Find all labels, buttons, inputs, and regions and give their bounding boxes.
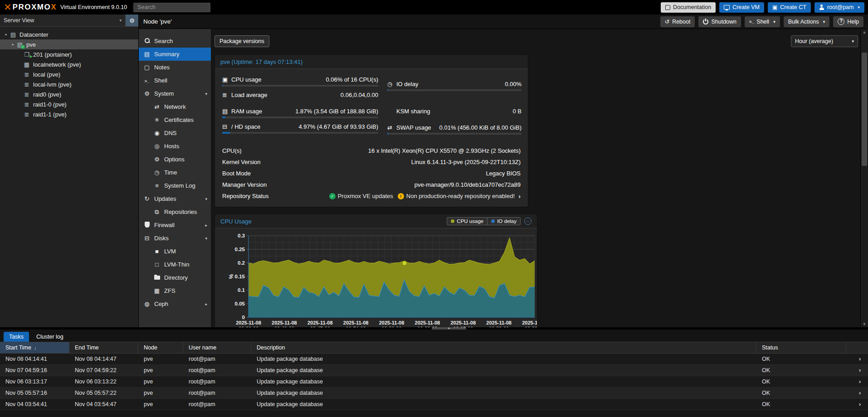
panel-splitter[interactable]: ▼	[0, 327, 868, 330]
tree-item-local[interactable]: ≣local (pve)	[0, 69, 138, 79]
documentation-button[interactable]: Documentation	[661, 2, 716, 13]
tree-item-localnetwork[interactable]: ▦localnetwork (pve)	[0, 59, 138, 69]
tree-item-pve[interactable]: ▾▤✓pve	[0, 39, 138, 49]
sidebar-item-notes[interactable]: ▢Notes	[139, 61, 211, 74]
usage-progress-bar	[222, 85, 378, 87]
task-row[interactable]: Nov 05 05:57:16Nov 05 05:57:22pveroot@pa…	[0, 388, 868, 399]
network-icon: ▦	[23, 61, 31, 68]
reboot-button[interactable]: ↺Reboot	[660, 16, 695, 27]
column-header-end-time[interactable]: End Time	[69, 342, 138, 353]
info-label: CPU(s)	[222, 147, 242, 154]
task-row[interactable]: Nov 07 04:59:16Nov 07 04:59:22pveroot@pa…	[0, 365, 868, 376]
tree-item-label: Datacenter	[20, 31, 49, 38]
splitter-handle[interactable]: ▼	[432, 327, 466, 330]
collapse-panel-icon[interactable]: −	[524, 218, 532, 225]
scroll-up-arrow[interactable]: ▲	[861, 29, 868, 35]
task-cell-description: Update package database	[251, 388, 756, 398]
task-detail-chevron-icon[interactable]: ›	[846, 365, 868, 376]
swap-icon: ⇄	[387, 124, 396, 131]
sidebar-item-ceph[interactable]: ◍Ceph▸	[139, 297, 211, 310]
sidebar-item-network[interactable]: ⇄Network	[139, 100, 211, 113]
task-row[interactable]: Nov 08 04:14:41Nov 08 04:14:47pveroot@pa…	[0, 354, 868, 365]
task-row[interactable]: Nov 06 03:13:17Nov 06 03:13:22pveroot@pa…	[0, 376, 868, 388]
task-cell-node: pve	[138, 399, 183, 410]
task-cell-end-time: Nov 04 03:54:47	[69, 399, 138, 410]
sidebar-item-time[interactable]: ◷Time	[139, 166, 211, 179]
sidebar-item-directory[interactable]: Directory	[139, 271, 211, 284]
task-detail-chevron-icon[interactable]: ›	[846, 354, 868, 364]
column-header-status[interactable]: Status	[756, 342, 846, 353]
sidebar-item-search[interactable]: Search	[139, 34, 211, 48]
sidebar-item-hosts[interactable]: ◎Hosts	[139, 140, 211, 153]
clock-icon: ◷	[387, 81, 396, 87]
scroll-down-arrow[interactable]: ▼	[861, 321, 868, 327]
cpu-usage-panel: CPU Usage CPU usageIO delay − 00.050.10.…	[215, 214, 537, 327]
tree-settings-button[interactable]: ⚙	[126, 15, 138, 26]
sidebar-item-lvm-thin[interactable]: □LVM-Thin	[139, 258, 211, 271]
svg-text:2025-11-0809:47:00: 2025-11-0809:47:00	[307, 320, 333, 327]
global-search-input[interactable]	[133, 3, 210, 12]
sidebar-item-disks[interactable]: ⊟Disks▾	[139, 232, 211, 245]
shell-button[interactable]: >_ Shell ▾	[745, 16, 780, 27]
sidebar-item-zfs[interactable]: ▦ZFS	[139, 284, 211, 297]
tree-item-local-lvm[interactable]: ≣local-lvm (pve)	[0, 79, 138, 89]
sidebar-item-certificates[interactable]: ✳Certificates	[139, 113, 211, 126]
column-header-node[interactable]: Node	[138, 342, 183, 353]
sidebar-item-shell[interactable]: >_Shell	[139, 74, 211, 87]
shield-icon	[142, 222, 151, 229]
sidebar-item-label: DNS	[164, 130, 176, 136]
help-button[interactable]: ?Help	[833, 16, 863, 27]
chevron-right-icon[interactable]: ›	[518, 192, 521, 200]
sidebar-item-lvm[interactable]: ■LVM	[139, 245, 211, 258]
storage-icon: ≣	[23, 111, 31, 118]
tree-item-raid1-1[interactable]: ≣raid1-1 (pve)	[0, 109, 138, 119]
sidebar-item-firewall[interactable]: Firewall▸	[139, 218, 211, 232]
scrollbar-thumb[interactable]	[862, 53, 867, 166]
task-cell-node: pve	[138, 388, 183, 398]
task-cell-user-name: root@pam	[183, 388, 251, 398]
bulk-actions-button[interactable]: Bulk Actions ▾	[784, 16, 830, 27]
task-cell-description: Update package database	[251, 399, 756, 410]
legend-cpu-usage[interactable]: CPU usage	[447, 217, 488, 225]
task-row[interactable]: Nov 04 03:54:41Nov 04 03:54:47pveroot@pa…	[0, 399, 868, 410]
sidebar-item-system-log[interactable]: ≡System Log	[139, 179, 211, 192]
tab-tasks[interactable]: Tasks	[4, 332, 29, 342]
task-detail-chevron-icon[interactable]: ›	[846, 376, 868, 387]
column-header-description[interactable]: Description	[251, 342, 756, 353]
sidebar-item-dns[interactable]: ◉DNS	[139, 126, 211, 140]
tree-item-raid1-0[interactable]: ≣raid1-0 (pve)	[0, 99, 138, 109]
stat-value: 0 B	[512, 108, 522, 115]
stat-value: 1.87% (3.54 GiB of 188.88 GiB)	[295, 108, 378, 115]
tree-item-201[interactable]: ❒▶201 (portainer)	[0, 49, 138, 59]
tree-view-select[interactable]: Server View ▾	[0, 15, 126, 26]
tab-cluster-log[interactable]: Cluster log	[31, 332, 69, 342]
chevron-down-icon: ▾	[205, 236, 207, 241]
task-detail-chevron-icon[interactable]: ›	[846, 399, 868, 410]
sidebar-item-system[interactable]: ⚙System▾	[139, 87, 211, 100]
user-menu-button[interactable]: root@pam ▾	[814, 2, 864, 13]
info-value: Linux 6.14.11-3-pve (2025-09-22T10:13Z)	[411, 159, 521, 165]
sidebar-item-options[interactable]: ⚙Options	[139, 153, 211, 166]
legend-io-delay[interactable]: IO delay	[487, 217, 521, 225]
chevron-down-icon: ▾	[858, 5, 860, 10]
task-detail-chevron-icon[interactable]: ›	[846, 388, 868, 398]
sort-desc-icon: ↓	[34, 345, 37, 350]
main-content: Package versions Hour (average) ▾ pve (U…	[211, 29, 860, 327]
tree-item-label: raid0 (pve)	[33, 91, 61, 98]
sidebar-item-repositories[interactable]: ⧉Repositories	[139, 205, 211, 218]
sidebar-item-summary[interactable]: ▤Summary	[139, 48, 211, 61]
create-vm-button[interactable]: Create VM	[719, 2, 764, 13]
tree-item-raid0[interactable]: ≣raid0 (pve)	[0, 89, 138, 99]
dns-icon: ◉	[152, 130, 161, 136]
column-header-user-name[interactable]: User name	[183, 342, 251, 353]
book-icon: ▤	[142, 51, 151, 58]
package-versions-button[interactable]: Package versions	[215, 35, 269, 47]
tree-expand-caret-icon[interactable]: ▾	[3, 33, 9, 37]
column-header-start-time[interactable]: Start Time↓	[0, 342, 69, 353]
time-range-select[interactable]: Hour (average) ▾	[791, 35, 858, 47]
create-ct-button[interactable]: ▣ Create CT	[768, 2, 811, 13]
shutdown-button[interactable]: Shutdown	[698, 16, 741, 27]
tree-expand-caret-icon[interactable]: ▾	[10, 43, 16, 47]
tree-item-datacenter[interactable]: ▾▤Datacenter	[0, 29, 138, 39]
sidebar-item-updates[interactable]: ↻Updates▾	[139, 192, 211, 205]
